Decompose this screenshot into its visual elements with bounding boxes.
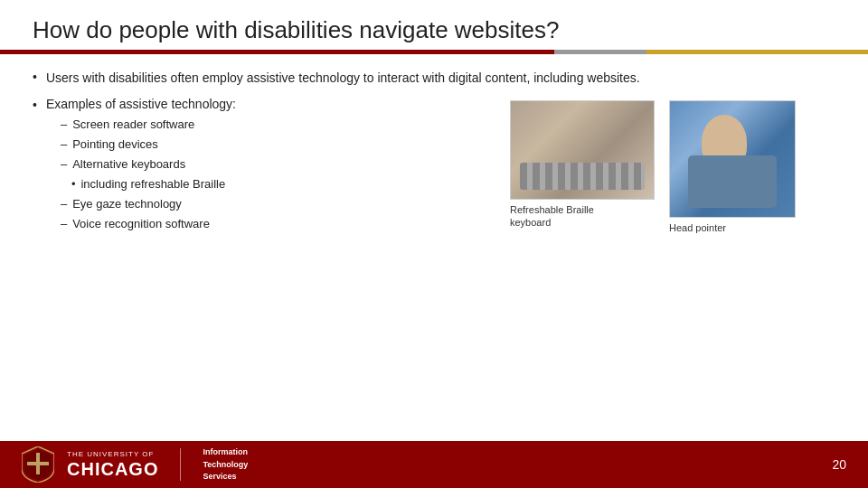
braille-keyboard-image bbox=[510, 100, 655, 200]
header: How do people with disabilities navigate… bbox=[0, 0, 868, 50]
assistive-tech-list-2: Eye gaze technology Voice recognition so… bbox=[46, 194, 236, 234]
slide: How do people with disabilities navigate… bbox=[0, 0, 868, 488]
screen-reader-label: Screen reader software bbox=[72, 115, 194, 135]
shield-svg bbox=[22, 446, 54, 483]
head-pointer-image bbox=[669, 100, 796, 218]
braille-caption-line2: keyboard bbox=[510, 217, 551, 228]
braille-caption: Refreshable Braille keyboard bbox=[510, 203, 594, 230]
bullet-1-text: Users with disabilities often employ ass… bbox=[46, 69, 640, 88]
head-pointer-caption: Head pointer bbox=[669, 221, 726, 234]
braille-caption-line1: Refreshable Braille bbox=[510, 204, 594, 215]
page-number: 20 bbox=[832, 457, 846, 472]
head-pointer-image-block: Head pointer bbox=[669, 100, 796, 234]
list-item-braille: including refreshable Braille bbox=[71, 174, 236, 194]
examples-left: • Examples of assistive technology: Scre… bbox=[33, 97, 501, 235]
braille-label: including refreshable Braille bbox=[80, 174, 225, 194]
its-line3: Services bbox=[203, 471, 248, 483]
list-item-screen-reader: Screen reader software bbox=[61, 115, 236, 135]
images-column: Refreshable Braille keyboard Head pointe… bbox=[510, 97, 835, 234]
its-logo: Information Technology Services bbox=[203, 446, 248, 483]
its-line2: Technology bbox=[203, 459, 248, 471]
slide-title: How do people with disabilities navigate… bbox=[33, 16, 835, 44]
pointing-devices-label: Pointing devices bbox=[72, 135, 158, 155]
svg-rect-1 bbox=[36, 453, 40, 474]
braille-image-block: Refreshable Braille keyboard bbox=[510, 100, 655, 230]
footer-logo-area: THE UNIVERSITY OF CHICAGO Information Te… bbox=[22, 446, 248, 483]
eye-gaze-label: Eye gaze technology bbox=[72, 194, 182, 214]
voice-recognition-label: Voice recognition software bbox=[72, 214, 210, 234]
examples-section: • Examples of assistive technology: Scre… bbox=[33, 97, 835, 432]
bullet-2-dot: • bbox=[33, 98, 37, 112]
sub-sub-list: including refreshable Braille bbox=[46, 174, 236, 194]
list-item-pointing-devices: Pointing devices bbox=[61, 135, 236, 155]
examples-title: Examples of assistive technology: bbox=[46, 97, 236, 111]
content-area: • Users with disabilities often employ a… bbox=[0, 54, 868, 441]
bullet-1-dot: • bbox=[33, 70, 37, 84]
footer: THE UNIVERSITY OF CHICAGO Information Te… bbox=[0, 441, 868, 488]
alternative-keyboards-label: Alternative keyboards bbox=[72, 155, 185, 174]
university-of-label: THE UNIVERSITY OF bbox=[67, 450, 158, 458]
footer-divider bbox=[180, 448, 181, 481]
chicago-label: CHICAGO bbox=[67, 459, 158, 480]
list-item-voice-recognition: Voice recognition software bbox=[61, 214, 236, 234]
examples-content: Examples of assistive technology: Screen… bbox=[46, 97, 236, 235]
list-item-alternative-keyboards: Alternative keyboards bbox=[61, 155, 236, 174]
university-name: THE UNIVERSITY OF CHICAGO bbox=[67, 450, 158, 480]
its-line1: Information bbox=[203, 446, 248, 458]
bullet-1-section: • Users with disabilities often employ a… bbox=[33, 69, 835, 88]
uchicago-shield-icon bbox=[22, 446, 54, 483]
list-item-eye-gaze: Eye gaze technology bbox=[61, 194, 236, 214]
assistive-tech-list: Screen reader software Pointing devices … bbox=[46, 115, 236, 174]
